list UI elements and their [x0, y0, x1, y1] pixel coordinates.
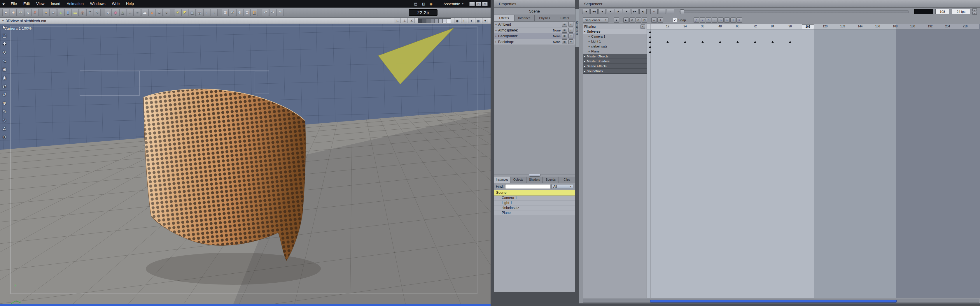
expand-icon[interactable]: ▸	[584, 60, 585, 63]
track-row[interactable]: ▸ Light 1	[583, 39, 647, 44]
splitter-grip-handle[interactable]	[529, 174, 541, 177]
preview-button[interactable]: ▦	[562, 22, 567, 27]
browser-tab[interactable]: Instances	[494, 177, 511, 183]
shaded-globe-icon[interactable]: ◐	[461, 18, 467, 23]
shadow-globe-icon[interactable]: ◑	[468, 18, 474, 23]
rotate-tool-icon[interactable]: ↻	[17, 9, 24, 16]
scrubber-handle[interactable]	[680, 10, 684, 14]
display-mode-phong[interactable]	[439, 19, 443, 23]
expand-icon[interactable]: ▸	[496, 35, 497, 37]
track-row[interactable]: ▸ Master Objects	[583, 54, 647, 59]
property-value[interactable]: None	[553, 34, 561, 38]
properties-tab[interactable]: Effects	[494, 15, 514, 21]
property-row[interactable]: ▸ Atmosphere: None ▦ ▾	[494, 27, 575, 33]
property-row[interactable]: ▸ Backdrop: None ▦ ▾	[494, 39, 575, 45]
collapse-tracks-button[interactable]: ▾	[614, 17, 619, 23]
scene-doc-icon[interactable]: ▤	[413, 2, 418, 6]
browser-tab[interactable]: Objects	[511, 177, 527, 183]
expand-icon[interactable]: ▸	[584, 55, 585, 58]
menu-item[interactable]: Insert	[48, 0, 64, 8]
track-row[interactable]: ▸ Camera 1	[583, 34, 647, 39]
menu-item[interactable]: File	[8, 0, 20, 8]
camera-list-icon[interactable]: ◉	[454, 18, 460, 23]
insert-force-icon[interactable]: ↓	[203, 9, 210, 16]
zoom-view-icon[interactable]: ⊕	[236, 9, 243, 16]
scene-root-row[interactable]: Scene	[494, 190, 575, 195]
help-icon[interactable]: ?	[277, 9, 283, 16]
expand-icon[interactable]: ▸	[496, 41, 497, 43]
preview-sphere-icon[interactable]: ◉	[428, 2, 434, 6]
axis-z-button[interactable]: ∠	[409, 18, 415, 23]
properties-tab[interactable]: Physics	[535, 15, 555, 21]
menu-item[interactable]: Help	[123, 0, 137, 8]
sequencer-title-bar[interactable]: ◦ Sequencer	[579, 0, 980, 8]
stop-button[interactable]: ■	[607, 9, 614, 14]
properties-tab[interactable]: Filters	[555, 15, 575, 21]
redo-icon[interactable]: ↷	[269, 9, 276, 16]
tweener-noise-button[interactable]: ≈	[724, 17, 730, 23]
insert-vertex-icon[interactable]: ◆	[105, 9, 112, 16]
properties-tab[interactable]: Interface	[514, 15, 535, 21]
expand-icon[interactable]: ▸	[496, 23, 497, 25]
pointer-tool-icon[interactable]: ►	[2, 24, 7, 29]
insert-terrain-icon[interactable]: △	[119, 9, 126, 16]
expand-icon[interactable]: ▸	[589, 35, 590, 38]
row-menu-button[interactable]: ▾	[568, 22, 573, 27]
insert-cube-icon[interactable]: ■	[50, 9, 57, 16]
delete-tool-icon[interactable]: ✗	[32, 9, 38, 16]
find-filter-dropdown[interactable]: All ▾	[552, 184, 573, 189]
display-mode-textured[interactable]	[443, 19, 447, 23]
display-mode-bounding-box[interactable]	[418, 19, 422, 23]
scale-free-tool-icon[interactable]: ↘	[3, 58, 6, 63]
palette-icon[interactable]: ◧	[420, 2, 426, 6]
browser-tab[interactable]: Clips	[559, 177, 575, 183]
expand-icon[interactable]: ▸	[496, 29, 497, 32]
row-menu-button[interactable]: ▾	[568, 40, 573, 44]
minimize-button[interactable]: ▁	[469, 2, 475, 6]
tweener-remove-button[interactable]: ×	[737, 17, 742, 23]
axis-tool-icon[interactable]: ∠	[2, 126, 6, 131]
grid-toggle-icon[interactable]: ▦	[475, 18, 481, 23]
bank-tool-icon[interactable]: ↺	[3, 92, 6, 97]
display-mode-lit-wireframe[interactable]	[426, 19, 431, 23]
insert-light-icon[interactable]: ☀	[174, 9, 181, 16]
play-button[interactable]: ▶	[615, 9, 622, 14]
viewport-bottom-scrollbar[interactable]	[0, 304, 491, 306]
eyedropper-tool-icon[interactable]: ✎	[3, 109, 6, 114]
instance-list-item[interactable]: siebeinsatz	[494, 205, 575, 211]
expand-icon[interactable]: ▸	[589, 40, 590, 43]
marquee-tool-icon[interactable]: ▢	[2, 33, 6, 38]
step-back-button[interactable]: ◀	[598, 9, 606, 14]
insert-sphere-icon[interactable]: ●	[43, 9, 49, 16]
room-selector[interactable]: Assemble ▾	[441, 1, 466, 7]
prev-keyframe-button[interactable]: ◀◀	[590, 9, 598, 14]
menu-item[interactable]: View	[33, 0, 48, 8]
property-value[interactable]: None	[553, 29, 561, 32]
expand-icon[interactable]: ▸	[584, 70, 585, 73]
orbit-view-icon[interactable]: ↺	[229, 9, 236, 16]
insert-torus-icon[interactable]: ◎	[79, 9, 86, 16]
instance-list-item[interactable]: Plane	[494, 211, 575, 216]
browser-tab[interactable]: Shaders	[527, 177, 543, 183]
panel-splitter[interactable]	[494, 173, 575, 177]
track-row[interactable]: ▸ siebeinsatz	[583, 44, 647, 49]
zoom-in-button[interactable]: ⊕	[629, 17, 635, 23]
reduce-tool-icon[interactable]: ⊖	[3, 134, 6, 139]
scrollbar-thumb[interactable]	[650, 300, 897, 303]
tweener-bezier-button[interactable]: ∩	[718, 17, 724, 23]
display-mode-gouraud[interactable]	[434, 19, 439, 23]
properties-title-bar[interactable]: ◦ Properties	[494, 0, 575, 8]
insert-plane-icon[interactable]: ▬	[72, 9, 79, 16]
viewport-title-bar[interactable]: ▾ 3DView of siebblech.car ∟⊥∠ ◉◐◑▦▾	[0, 17, 491, 24]
preview-button[interactable]: ▦	[562, 28, 567, 33]
jump-start-button[interactable]: |◀	[582, 9, 589, 14]
pan-view-icon[interactable]: ⊞	[222, 9, 229, 16]
insert-camera-icon[interactable]: ▣	[189, 9, 196, 16]
insert-fire-icon[interactable]: ▲	[148, 9, 156, 16]
insert-spline-icon[interactable]: ∿	[94, 9, 100, 16]
menu-item[interactable]: Web	[108, 0, 123, 8]
scale-tool-icon[interactable]: ↘	[24, 9, 31, 16]
row-menu-button[interactable]: ▾	[568, 28, 573, 33]
insert-cloud-icon[interactable]: ☁	[141, 9, 148, 16]
window-collapse-icon[interactable]: ▾	[2, 19, 4, 22]
